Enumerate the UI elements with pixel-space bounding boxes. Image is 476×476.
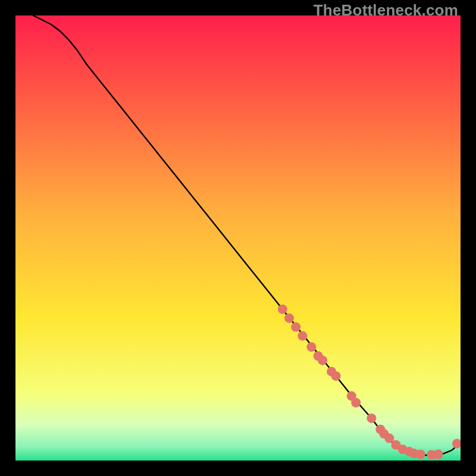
chart-marker	[284, 314, 294, 323]
chart-marker	[351, 398, 361, 408]
chart-marker	[331, 371, 341, 381]
chart-marker	[291, 322, 300, 332]
chart-marker	[367, 414, 376, 423]
chart-background-gradient	[15, 15, 461, 461]
chart-svg	[15, 15, 461, 461]
chart-marker	[306, 342, 316, 352]
chart-stage: TheBottleneck.com	[0, 0, 476, 476]
chart-marker	[278, 305, 287, 314]
chart-marker	[318, 356, 327, 365]
chart-marker	[416, 450, 425, 459]
chart-marker	[434, 450, 443, 459]
chart-marker	[298, 331, 307, 341]
